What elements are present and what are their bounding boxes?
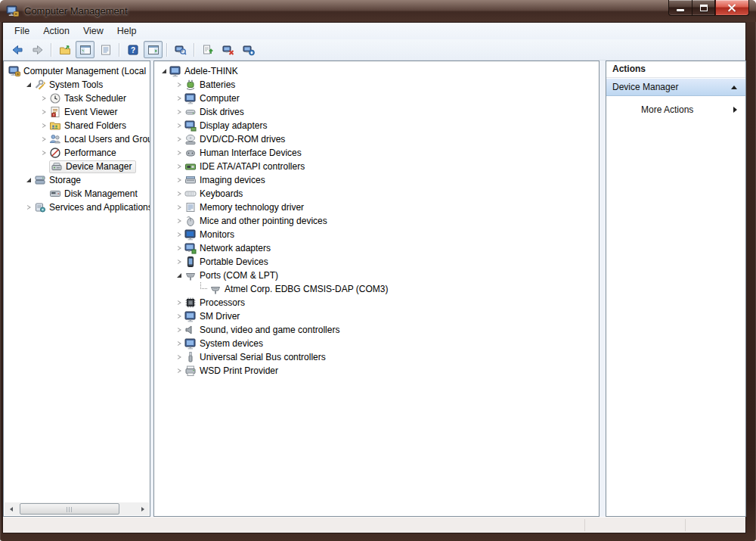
expander-collapsed-icon[interactable] xyxy=(174,151,184,155)
tree-item-computer-management-local[interactable]: Computer Management (Local xyxy=(4,64,150,78)
menu-file[interactable]: File xyxy=(8,24,36,38)
tree-item-label: WSD Print Provider xyxy=(200,365,281,377)
expander-collapsed-icon[interactable] xyxy=(39,96,49,101)
tree-item-network-adapters[interactable]: Network adapters xyxy=(154,241,599,255)
tree-item-ports-com-lpt[interactable]: Ports (COM & LPT) xyxy=(154,269,599,282)
tree-item-label: Event Viewer xyxy=(64,106,120,118)
restore-button[interactable] xyxy=(692,0,715,16)
tree-item-universal-serial-bus-controllers[interactable]: Universal Serial Bus controllers xyxy=(154,350,599,364)
tree-item-computer[interactable]: Computer xyxy=(154,92,599,105)
expander-collapsed-icon[interactable] xyxy=(174,137,184,141)
tree-item-storage[interactable]: Storage xyxy=(4,173,150,187)
scan-hardware-changes-button[interactable] xyxy=(239,41,258,58)
scroll-right-button[interactable] xyxy=(136,502,149,515)
tree-item-disk-management[interactable]: Disk Management xyxy=(4,187,150,201)
computer-management-icon xyxy=(8,65,20,77)
tree-item-memory-technology-driver[interactable]: Memory technology driver xyxy=(154,201,599,214)
expander-expanded-icon[interactable] xyxy=(174,273,184,278)
export-list-button[interactable] xyxy=(96,41,115,58)
refresh-button[interactable] xyxy=(171,41,190,58)
expander-collapsed-icon[interactable] xyxy=(174,178,184,182)
menu-action[interactable]: Action xyxy=(36,24,76,38)
expander-collapsed-icon[interactable] xyxy=(174,355,184,359)
tree-item-processors[interactable]: Processors xyxy=(154,296,599,309)
show-action-pane-button[interactable] xyxy=(144,41,163,58)
tree-item-mice-and-other-pointing-devices[interactable]: Mice and other pointing devices xyxy=(154,214,599,228)
expander-collapsed-icon[interactable] xyxy=(174,219,184,223)
menu-help[interactable]: Help xyxy=(110,24,144,38)
actions-group-device-manager[interactable]: Device Manager xyxy=(606,78,745,96)
forward-button[interactable] xyxy=(28,41,47,58)
tree-item-system-devices[interactable]: System devices xyxy=(154,337,599,350)
scrollbar-thumb[interactable] xyxy=(20,503,119,515)
expander-collapsed-icon[interactable] xyxy=(39,137,49,141)
more-actions-item[interactable]: More Actions xyxy=(606,102,745,117)
tree-item-wsd-print-provider[interactable]: WSD Print Provider xyxy=(154,364,599,378)
processor-icon xyxy=(184,297,197,309)
minimize-button[interactable] xyxy=(668,0,692,16)
title-bar[interactable]: Computer Management xyxy=(0,0,756,22)
tree-item-performance[interactable]: Performance xyxy=(4,146,150,160)
expander-expanded-icon[interactable] xyxy=(159,69,169,73)
tree-item-ide-ata-atapi-controllers[interactable]: IDE ATA/ATAPI controllers xyxy=(154,160,599,173)
folder-button[interactable] xyxy=(55,41,74,58)
tree-item-device-manager[interactable]: Device Manager xyxy=(4,160,150,173)
tree-item-sm-driver[interactable]: SM Driver xyxy=(154,309,599,323)
expander-collapsed-icon[interactable] xyxy=(23,205,34,210)
expander-collapsed-icon[interactable] xyxy=(39,123,49,128)
horizontal-scrollbar[interactable] xyxy=(5,502,149,515)
expander-collapsed-icon[interactable] xyxy=(174,246,184,250)
expander-collapsed-icon[interactable] xyxy=(174,232,184,237)
collapse-group-icon[interactable] xyxy=(731,86,737,89)
expander-collapsed-icon[interactable] xyxy=(39,110,49,114)
scroll-left-button[interactable] xyxy=(5,502,17,515)
expander-collapsed-icon[interactable] xyxy=(174,260,184,264)
expander-collapsed-icon[interactable] xyxy=(174,205,184,210)
tree-item-sound-video-and-game-controllers[interactable]: Sound, video and game controllers xyxy=(154,323,599,337)
expander-expanded-icon[interactable] xyxy=(23,178,34,182)
computer-icon xyxy=(184,337,197,350)
tree-item-batteries[interactable]: Batteries xyxy=(154,78,599,92)
network-adapter-icon xyxy=(184,242,197,254)
expander-collapsed-icon[interactable] xyxy=(174,314,184,319)
expander-collapsed-icon[interactable] xyxy=(174,368,184,373)
expander-collapsed-icon[interactable] xyxy=(174,110,184,114)
uninstall-device-button[interactable] xyxy=(218,41,237,58)
expander-collapsed-icon[interactable] xyxy=(174,341,184,346)
expander-collapsed-icon[interactable] xyxy=(174,328,184,332)
expander-collapsed-icon[interactable] xyxy=(174,123,184,128)
tree-item-keyboards[interactable]: Keyboards xyxy=(154,187,599,201)
device-tree: Adele-THINKBatteriesComputerDisk drivesD… xyxy=(154,61,599,378)
services-icon xyxy=(34,201,46,213)
show-console-tree-button[interactable] xyxy=(76,41,94,58)
tree-item-human-interface-devices[interactable]: Human Interface Devices xyxy=(154,146,599,160)
tree-item-local-users-and-groups[interactable]: Local Users and Groups xyxy=(4,132,150,146)
expander-collapsed-icon[interactable] xyxy=(174,96,184,101)
back-button[interactable] xyxy=(8,41,26,58)
expander-collapsed-icon[interactable] xyxy=(174,164,184,169)
tree-item-display-adapters[interactable]: Display adapters xyxy=(154,119,599,132)
tree-item-system-tools[interactable]: System Tools xyxy=(4,78,150,92)
tree-item-atmel-corp-edbg-cmsis-dap-com3[interactable]: Atmel Corp. EDBG CMSIS-DAP (COM3) xyxy=(154,282,599,296)
expander-expanded-icon[interactable] xyxy=(23,82,34,87)
tree-item-label: System Tools xyxy=(49,79,106,91)
expander-collapsed-icon[interactable] xyxy=(39,151,49,155)
tree-item-portable-devices[interactable]: Portable Devices xyxy=(154,255,599,269)
close-button[interactable] xyxy=(715,0,749,16)
expander-collapsed-icon[interactable] xyxy=(174,82,184,87)
tree-item-adele-think[interactable]: Adele-THINK xyxy=(154,64,599,78)
usb-icon xyxy=(184,351,197,363)
tree-item-imaging-devices[interactable]: Imaging devices xyxy=(154,173,599,187)
tree-item-event-viewer[interactable]: Event Viewer xyxy=(4,105,150,119)
tree-item-services-and-applications[interactable]: Services and Applications xyxy=(4,201,150,214)
tree-item-disk-drives[interactable]: Disk drives xyxy=(154,105,599,119)
expander-collapsed-icon[interactable] xyxy=(174,300,184,305)
help-button[interactable] xyxy=(123,41,142,58)
menu-view[interactable]: View xyxy=(76,24,110,38)
tree-item-dvd-cd-rom-drives[interactable]: DVD/CD-ROM drives xyxy=(154,132,599,146)
tree-item-shared-folders[interactable]: Shared Folders xyxy=(4,119,150,132)
update-driver-button[interactable] xyxy=(198,41,217,58)
tree-item-task-scheduler[interactable]: Task Scheduler xyxy=(4,92,150,105)
expander-collapsed-icon[interactable] xyxy=(174,191,184,196)
tree-item-monitors[interactable]: Monitors xyxy=(154,228,599,241)
